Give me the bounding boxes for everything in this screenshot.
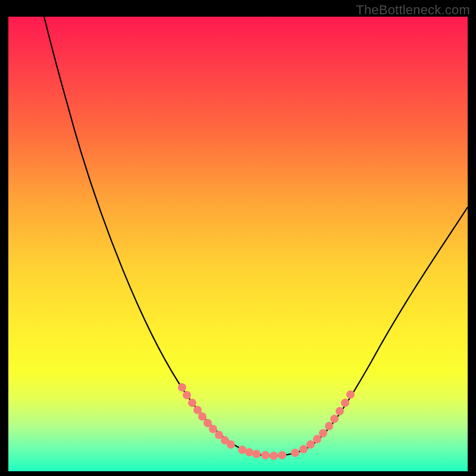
curve-marker: [319, 429, 327, 437]
curve-marker: [270, 452, 278, 460]
curve-marker: [291, 449, 299, 457]
curve-marker: [261, 451, 270, 459]
curve-marker: [313, 435, 321, 443]
bottleneck-curve: [8, 17, 468, 471]
curve-marker: [325, 422, 333, 430]
curve-marker: [198, 412, 206, 421]
curve-marker: [252, 450, 261, 458]
curve-path: [44, 17, 468, 456]
curve-marker: [209, 425, 217, 433]
curve-marker: [227, 440, 235, 449]
chart-plot-area: [8, 17, 468, 471]
curve-marker: [245, 448, 253, 456]
curve-marker: [336, 407, 344, 415]
curve-marker: [346, 390, 355, 399]
curve-marker: [306, 440, 315, 449]
attribution-text: TheBottleneck.com: [356, 2, 470, 18]
curve-marker: [278, 451, 286, 459]
curve-marker: [299, 445, 308, 453]
curve-marker: [341, 399, 349, 407]
curve-marker: [330, 415, 339, 423]
curve-marker: [238, 446, 246, 454]
curve-marker: [188, 399, 196, 407]
curve-marker: [183, 391, 191, 399]
curve-marker: [178, 383, 186, 392]
